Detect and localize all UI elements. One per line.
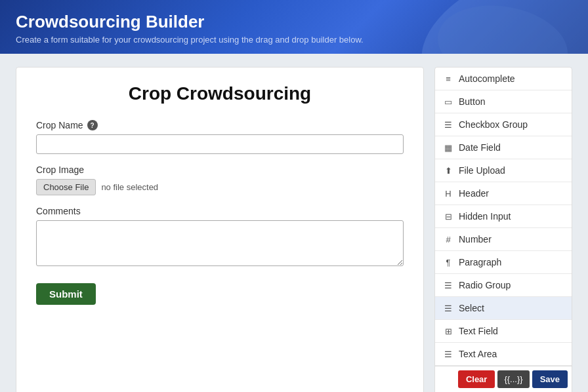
app-title: Crowdsourcing Builder bbox=[16, 12, 572, 32]
checkbox-group-icon: ☰ bbox=[443, 120, 453, 130]
component-list: ≡Autocomplete▭Button☰Checkbox Group▦Date… bbox=[435, 68, 572, 366]
crop-image-group: Crop Image Choose File no file selected bbox=[36, 165, 404, 195]
radio-group-label: Radio Group bbox=[459, 280, 511, 290]
select-label: Select bbox=[459, 303, 484, 313]
file-input-wrapper: Choose File no file selected bbox=[36, 179, 404, 195]
component-item-file-upload[interactable]: ⬆File Upload bbox=[435, 159, 572, 182]
component-item-date-field[interactable]: ▦Date Field bbox=[435, 136, 572, 159]
number-label: Number bbox=[459, 234, 492, 245]
radio-group-icon: ☰ bbox=[443, 281, 453, 290]
text-field-label: Text Field bbox=[459, 326, 498, 336]
hidden-input-label: Hidden Input bbox=[459, 211, 511, 222]
text-area-icon: ☰ bbox=[443, 349, 453, 359]
component-item-select[interactable]: ☰Select bbox=[435, 297, 572, 320]
number-icon: # bbox=[443, 235, 453, 245]
components-panel: ≡Autocomplete▭Button☰Checkbox Group▦Date… bbox=[434, 67, 572, 392]
button-icon: ▭ bbox=[443, 97, 453, 107]
date-field-icon: ▦ bbox=[443, 143, 453, 153]
crop-name-help-icon[interactable]: ? bbox=[87, 120, 98, 130]
component-item-header[interactable]: HHeader bbox=[435, 182, 572, 205]
autocomplete-label: Autocomplete bbox=[459, 73, 515, 84]
file-upload-icon: ⬆ bbox=[443, 166, 453, 176]
clear-button[interactable]: Clear bbox=[458, 370, 495, 388]
component-item-checkbox-group[interactable]: ☰Checkbox Group bbox=[435, 113, 572, 136]
comments-label: Comments bbox=[36, 206, 404, 216]
component-item-text-field[interactable]: ⊞Text Field bbox=[435, 320, 572, 343]
checkbox-group-label: Checkbox Group bbox=[459, 119, 528, 130]
app-header: Crowdsourcing Builder Create a form suit… bbox=[0, 0, 588, 54]
main-container: Crop Crowdsourcing Crop Name ? Crop Imag… bbox=[0, 54, 588, 392]
component-item-text-area[interactable]: ☰Text Area bbox=[435, 343, 572, 366]
crop-image-label: Crop Image bbox=[36, 165, 404, 175]
header-icon: H bbox=[443, 189, 453, 199]
paragraph-label: Paragraph bbox=[459, 257, 501, 267]
component-item-paragraph[interactable]: ¶Paragraph bbox=[435, 251, 572, 274]
component-item-autocomplete[interactable]: ≡Autocomplete bbox=[435, 68, 572, 90]
panel-footer: Clear {{...}} Save Save Form bbox=[435, 366, 572, 392]
text-field-icon: ⊞ bbox=[443, 326, 453, 336]
header-label: Header bbox=[459, 188, 489, 199]
submit-button[interactable]: Submit bbox=[36, 283, 96, 305]
form-panel: Crop Crowdsourcing Crop Name ? Crop Imag… bbox=[16, 67, 424, 392]
component-item-button[interactable]: ▭Button bbox=[435, 90, 572, 113]
crop-name-label: Crop Name ? bbox=[36, 120, 404, 130]
app-subtitle: Create a form suitable for your crowdsou… bbox=[16, 35, 572, 45]
crop-name-group: Crop Name ? bbox=[36, 120, 404, 154]
component-item-radio-group[interactable]: ☰Radio Group bbox=[435, 274, 572, 297]
file-name-display: no file selected bbox=[101, 182, 158, 192]
autocomplete-icon: ≡ bbox=[443, 74, 453, 84]
hidden-input-icon: ⊟ bbox=[443, 212, 453, 222]
template-button[interactable]: {{...}} bbox=[497, 370, 529, 388]
choose-file-button[interactable]: Choose File bbox=[36, 179, 96, 195]
text-area-label: Text Area bbox=[459, 349, 497, 359]
date-field-label: Date Field bbox=[459, 142, 501, 153]
file-upload-label: File Upload bbox=[459, 165, 505, 176]
crop-name-input[interactable] bbox=[36, 134, 404, 154]
component-item-number[interactable]: #Number bbox=[435, 228, 572, 251]
comments-group: Comments bbox=[36, 206, 404, 269]
component-item-hidden-input[interactable]: ⊟Hidden Input bbox=[435, 205, 572, 228]
comments-textarea[interactable] bbox=[36, 220, 404, 266]
select-icon: ☰ bbox=[443, 304, 453, 313]
paragraph-icon: ¶ bbox=[443, 258, 453, 267]
footer-row1: Clear {{...}} Save bbox=[439, 370, 568, 388]
form-title: Crop Crowdsourcing bbox=[36, 83, 404, 104]
save-button[interactable]: Save bbox=[532, 370, 568, 388]
button-label: Button bbox=[459, 96, 485, 107]
